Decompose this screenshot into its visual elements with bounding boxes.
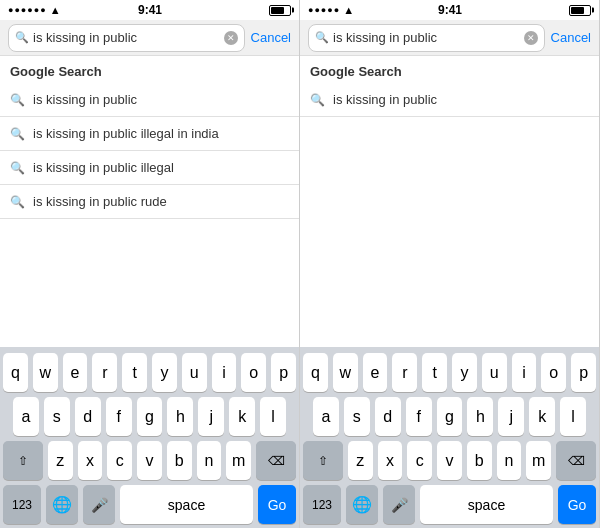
key-h-left[interactable]: h <box>167 397 193 436</box>
key-t-left[interactable]: t <box>122 353 147 392</box>
suggestion-item-1[interactable]: 🔍 is kissing in public illegal in india <box>0 117 299 151</box>
key-y-left[interactable]: y <box>152 353 177 392</box>
suggestion-text-0: is kissing in public <box>33 92 137 107</box>
key-v-right[interactable]: v <box>437 441 462 480</box>
key-row-2-left: a s d f g h j k l <box>3 397 296 436</box>
search-bar-right: 🔍 is kissing in public ✕ Cancel <box>300 20 599 56</box>
key-c-left[interactable]: c <box>107 441 132 480</box>
right-panel: ●●●●● ▲ 9:41 🔍 is kissing in public ✕ Ca… <box>300 0 600 528</box>
key-e-left[interactable]: e <box>63 353 88 392</box>
suggestion-text-1: is kissing in public illegal in india <box>33 126 219 141</box>
key-s-left[interactable]: s <box>44 397 70 436</box>
key-a-right[interactable]: a <box>313 397 339 436</box>
key-x-left[interactable]: x <box>78 441 103 480</box>
key-r-right[interactable]: r <box>392 353 417 392</box>
key-d-right[interactable]: d <box>375 397 401 436</box>
search-text-left[interactable]: is kissing in public <box>33 30 220 45</box>
key-l-left[interactable]: l <box>260 397 286 436</box>
key-r-left[interactable]: r <box>92 353 117 392</box>
suggestion-item-3[interactable]: 🔍 is kissing in public rude <box>0 185 299 219</box>
key-v-left[interactable]: v <box>137 441 162 480</box>
cancel-btn-right[interactable]: Cancel <box>551 30 591 45</box>
key-y-right[interactable]: y <box>452 353 477 392</box>
key-c-right[interactable]: c <box>407 441 432 480</box>
key-f-left[interactable]: f <box>106 397 132 436</box>
num-key-left[interactable]: 123 <box>3 485 41 524</box>
key-f-right[interactable]: f <box>406 397 432 436</box>
globe-key-right[interactable]: 🌐 <box>346 485 378 524</box>
time-left: 9:41 <box>138 3 162 17</box>
key-p-left[interactable]: p <box>271 353 296 392</box>
time-right: 9:41 <box>438 3 462 17</box>
key-l-right[interactable]: l <box>560 397 586 436</box>
search-input-wrapper-right[interactable]: 🔍 is kissing in public ✕ <box>308 24 545 52</box>
key-x-right[interactable]: x <box>378 441 403 480</box>
key-u-left[interactable]: u <box>182 353 207 392</box>
suggestion-item-right-0[interactable]: 🔍 is kissing in public <box>300 83 599 117</box>
key-w-right[interactable]: w <box>333 353 358 392</box>
delete-key-left[interactable]: ⌫ <box>256 441 296 480</box>
battery-left <box>269 5 291 16</box>
wifi-icon-right: ▲ <box>343 4 354 16</box>
key-u-right[interactable]: u <box>482 353 507 392</box>
signal-bars-right: ●●●●● <box>308 5 340 15</box>
key-w-left[interactable]: w <box>33 353 58 392</box>
key-d-left[interactable]: d <box>75 397 101 436</box>
key-q-right[interactable]: q <box>303 353 328 392</box>
cancel-btn-left[interactable]: Cancel <box>251 30 291 45</box>
space-key-left[interactable]: space <box>120 485 253 524</box>
key-k-left[interactable]: k <box>229 397 255 436</box>
suggestion-text-2: is kissing in public illegal <box>33 160 174 175</box>
delete-key-right[interactable]: ⌫ <box>556 441 596 480</box>
key-b-right[interactable]: b <box>467 441 492 480</box>
search-icon-right: 🔍 <box>315 31 329 44</box>
key-row-1-right: q w e r t y u i o p <box>303 353 596 392</box>
key-a-left[interactable]: a <box>13 397 39 436</box>
key-m-right[interactable]: m <box>526 441 551 480</box>
status-bar-right: ●●●●● ▲ 9:41 <box>300 0 599 20</box>
key-o-right[interactable]: o <box>541 353 566 392</box>
go-key-right[interactable]: Go <box>558 485 596 524</box>
mic-key-right[interactable]: 🎤 <box>383 485 415 524</box>
key-o-left[interactable]: o <box>241 353 266 392</box>
shift-key-right[interactable]: ⇧ <box>303 441 343 480</box>
key-t-right[interactable]: t <box>422 353 447 392</box>
search-input-wrapper-left[interactable]: 🔍 is kissing in public ✕ <box>8 24 245 52</box>
globe-key-left[interactable]: 🌐 <box>46 485 78 524</box>
battery-fill-right <box>571 7 584 14</box>
clear-btn-left[interactable]: ✕ <box>224 31 238 45</box>
key-k-right[interactable]: k <box>529 397 555 436</box>
key-e-right[interactable]: e <box>363 353 388 392</box>
num-key-right[interactable]: 123 <box>303 485 341 524</box>
key-g-right[interactable]: g <box>437 397 463 436</box>
status-left-signals: ●●●●●● ▲ <box>8 4 61 16</box>
status-right-signals: ●●●●● ▲ <box>308 4 354 16</box>
key-i-left[interactable]: i <box>212 353 237 392</box>
key-q-left[interactable]: q <box>3 353 28 392</box>
go-key-left[interactable]: Go <box>258 485 296 524</box>
mic-key-left[interactable]: 🎤 <box>83 485 115 524</box>
key-s-right[interactable]: s <box>344 397 370 436</box>
clear-btn-right[interactable]: ✕ <box>524 31 538 45</box>
suggestion-search-icon-right-0: 🔍 <box>310 93 325 107</box>
suggestion-search-icon-0: 🔍 <box>10 93 25 107</box>
key-g-left[interactable]: g <box>137 397 163 436</box>
signal-bars: ●●●●●● <box>8 5 47 15</box>
key-j-right[interactable]: j <box>498 397 524 436</box>
key-z-left[interactable]: z <box>48 441 73 480</box>
key-n-right[interactable]: n <box>497 441 522 480</box>
search-text-right[interactable]: is kissing in public <box>333 30 520 45</box>
key-b-left[interactable]: b <box>167 441 192 480</box>
key-p-right[interactable]: p <box>571 353 596 392</box>
space-key-right[interactable]: space <box>420 485 553 524</box>
key-m-left[interactable]: m <box>226 441 251 480</box>
status-right-right <box>569 5 591 16</box>
shift-key-left[interactable]: ⇧ <box>3 441 43 480</box>
suggestion-item-0[interactable]: 🔍 is kissing in public <box>0 83 299 117</box>
key-i-right[interactable]: i <box>512 353 537 392</box>
key-z-right[interactable]: z <box>348 441 373 480</box>
key-j-left[interactable]: j <box>198 397 224 436</box>
key-n-left[interactable]: n <box>197 441 222 480</box>
key-h-right[interactable]: h <box>467 397 493 436</box>
suggestion-item-2[interactable]: 🔍 is kissing in public illegal <box>0 151 299 185</box>
